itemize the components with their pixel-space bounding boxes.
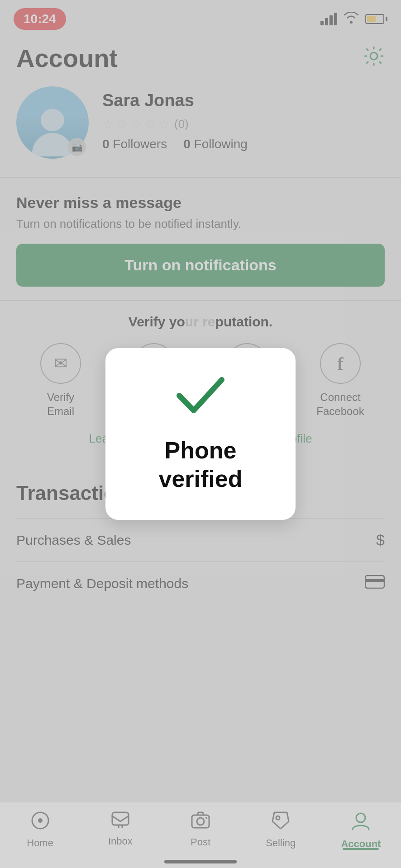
checkmark-icon (176, 375, 225, 423)
modal-overlay[interactable]: Phone verified (0, 0, 401, 868)
phone-verified-modal: Phone verified (105, 348, 296, 520)
modal-title: Phone verified (128, 436, 273, 493)
